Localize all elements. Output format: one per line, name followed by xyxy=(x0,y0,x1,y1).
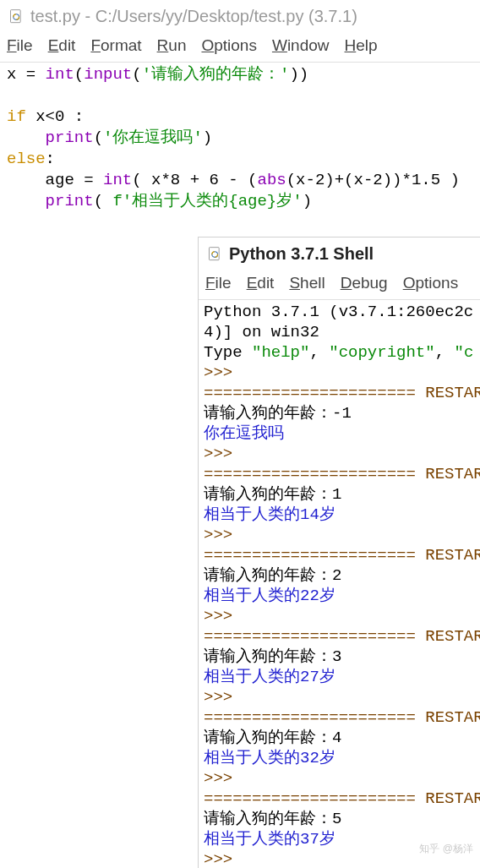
shell-restart: ====================== RESTART xyxy=(204,546,480,565)
shell-header: "copyright" xyxy=(329,343,434,362)
shell-input: 请输入狗的年龄：2 xyxy=(204,566,341,585)
code-token: ( xyxy=(74,65,84,84)
python-file-icon xyxy=(207,246,224,263)
code-token: x<0 : xyxy=(26,107,84,126)
menu-window[interactable]: Window xyxy=(272,36,330,55)
code-token: : xyxy=(46,150,55,168)
menu-file[interactable]: File xyxy=(7,36,33,55)
watermark: 知乎 @杨洋 xyxy=(419,842,473,856)
shell-header: "c xyxy=(454,343,473,362)
shell-header: Python 3.7.1 (v3.7.1:260ec2c xyxy=(204,303,473,321)
menu-edit[interactable]: Edit xyxy=(48,36,76,55)
code-token xyxy=(7,192,46,210)
menu-options[interactable]: Options xyxy=(201,36,256,55)
shell-header: , xyxy=(309,343,329,362)
code-token: print xyxy=(46,192,94,210)
code-token: ( xyxy=(94,128,103,147)
shell-menubar: File Edit Shell Debug Options xyxy=(199,270,480,299)
shell-prompt: >>> xyxy=(204,607,232,625)
shell-prompt: >>> xyxy=(204,526,232,544)
shell-header: , xyxy=(435,343,455,362)
menu-help[interactable]: Help xyxy=(345,36,378,55)
shell-menu-options[interactable]: Options xyxy=(403,274,458,292)
shell-output-area[interactable]: Python 3.7.1 (v3.7.1:260ec2c 4)] on win3… xyxy=(199,300,480,868)
code-token: '你在逗我吗' xyxy=(103,128,203,147)
shell-prompt: >>> xyxy=(204,850,232,868)
shell-input: 请输入狗的年龄：5 xyxy=(204,810,341,828)
python-file-icon xyxy=(8,8,25,25)
code-token: abs xyxy=(257,171,286,189)
code-token: input xyxy=(84,65,132,84)
code-token: f'相当于人类的{age}岁' xyxy=(112,192,302,210)
shell-prompt: >>> xyxy=(204,363,232,382)
code-token xyxy=(7,128,46,147)
code-token: age = xyxy=(7,171,103,189)
shell-restart: ====================== RESTART xyxy=(204,465,480,483)
code-token: else xyxy=(7,150,46,168)
code-token: )) xyxy=(289,65,308,84)
shell-output: 相当于人类的32岁 xyxy=(204,749,335,767)
shell-menu-file[interactable]: File xyxy=(205,274,232,292)
code-token: x = xyxy=(7,65,46,84)
shell-output: 相当于人类的14岁 xyxy=(204,505,335,524)
shell-prompt: >>> xyxy=(204,445,232,463)
shell-input: 请输入狗的年龄：3 xyxy=(204,647,341,666)
code-token: print xyxy=(46,128,94,147)
editor-title: test.py - C:/Users/yy/Desktop/test.py (3… xyxy=(30,7,357,26)
editor-window: test.py - C:/Users/yy/Desktop/test.py (3… xyxy=(0,0,480,214)
shell-prompt: >>> xyxy=(204,688,232,707)
code-token: ( xyxy=(132,65,141,84)
shell-window: Python 3.7.1 Shell File Edit Shell Debug… xyxy=(198,237,480,868)
code-token: (x-2)+(x-2))*1.5 ) xyxy=(286,171,460,189)
shell-input: 请输入狗的年龄：-1 xyxy=(204,404,352,423)
shell-menu-shell[interactable]: Shell xyxy=(289,274,325,292)
shell-titlebar: Python 3.7.1 Shell xyxy=(199,237,480,270)
code-token: int xyxy=(103,171,132,189)
shell-output: 相当于人类的37岁 xyxy=(204,830,335,849)
shell-header: 4)] on win32 xyxy=(204,323,319,341)
code-token: ) xyxy=(303,192,312,210)
code-token: int xyxy=(46,65,74,84)
shell-output: 你在逗我吗 xyxy=(204,424,284,443)
shell-menu-edit[interactable]: Edit xyxy=(247,274,275,292)
code-token: ( x*8 + 6 - ( xyxy=(132,171,257,189)
code-token: ( xyxy=(94,192,113,210)
shell-input: 请输入狗的年龄：4 xyxy=(204,729,341,747)
editor-code-area[interactable]: x = int(input('请输入狗的年龄：')) if x<0 : prin… xyxy=(0,63,480,214)
code-token: ) xyxy=(203,128,212,147)
shell-restart: ====================== RESTART xyxy=(204,627,480,646)
menu-format[interactable]: Format xyxy=(90,36,141,55)
shell-title: Python 3.7.1 Shell xyxy=(229,244,374,264)
shell-header: Type xyxy=(204,343,252,362)
menu-run[interactable]: Run xyxy=(157,36,187,55)
shell-restart: ====================== RESTART xyxy=(204,789,480,808)
editor-titlebar: test.py - C:/Users/yy/Desktop/test.py (3… xyxy=(0,0,480,33)
shell-output: 相当于人类的22岁 xyxy=(204,587,335,605)
shell-output: 相当于人类的27岁 xyxy=(204,668,335,686)
shell-input: 请输入狗的年龄：1 xyxy=(204,485,341,504)
code-token: if xyxy=(7,107,26,126)
shell-prompt: >>> xyxy=(204,769,232,788)
shell-menu-debug[interactable]: Debug xyxy=(341,274,388,292)
shell-restart: ====================== RESTART xyxy=(204,384,480,402)
editor-menubar: File Edit Format Run Options Window Help xyxy=(0,33,480,62)
shell-restart: ====================== RESTART xyxy=(204,708,480,727)
shell-header: "help" xyxy=(252,343,309,362)
code-token: '请输入狗的年龄：' xyxy=(142,65,290,84)
